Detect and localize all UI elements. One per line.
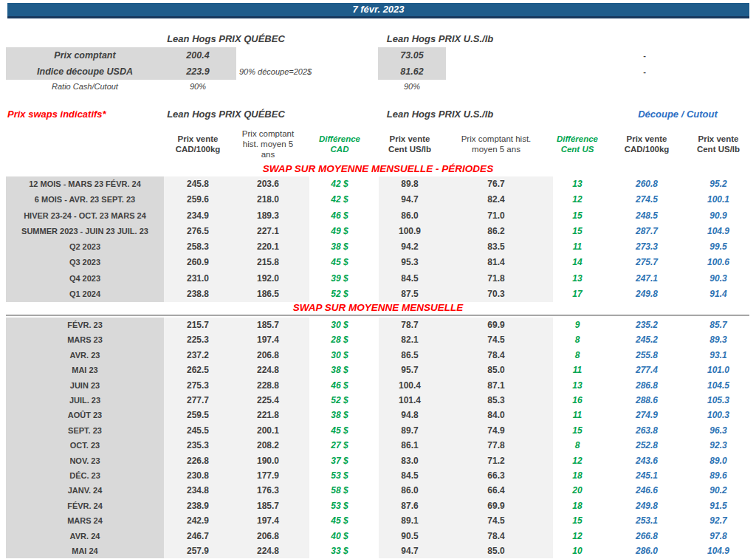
table-row: NOV. 23226.8190.037 $83.071.212243.689.0 [0,453,756,468]
us-prix-vente: 94.2 [374,239,445,255]
row-label: JANV. 24 [7,483,163,498]
table-row: SUMMER 2023 - JUIN 23 JUIL. 23276.5227.1… [0,224,756,239]
qc-hist-moyen: 225.4 [233,393,303,408]
cutout-cent-us: 100.3 [683,408,754,422]
qc-hist-moyen: 224.8 [233,543,303,558]
table-row: MARS 24242.9197.445 $89.174.515253.192.7 [0,513,756,528]
qc-hist-moyen: 220.1 [233,239,303,255]
cutout-cent-us: 104.9 [683,543,754,558]
spot-row-label: Prix comptant [7,47,163,64]
qc-prix-vente: 215.7 [164,318,232,332]
us-prix-vente: 89.7 [374,423,445,438]
cutout-cent-us: 104.5 [683,378,754,393]
spot-empty-cell-dash: - [637,47,652,64]
qc-hist-moyen: 197.4 [233,513,303,528]
table-row: AVR. 24246.7206.840 $90.578.412266.897.8 [0,529,756,543]
difference-cent-us: 15 [551,513,603,528]
row-label: FÉVR. 24 [7,498,163,513]
us-hist-moyen: 82.4 [452,192,540,208]
difference-cad: 45 $ [306,513,374,528]
row-label: JUIN 23 [7,378,163,393]
us-hist-moyen: 86.2 [452,224,540,239]
difference-cent-us: 16 [551,393,603,408]
difference-cent-us: 12 [551,192,603,208]
qc-hist-moyen: 197.4 [233,332,303,347]
spot-cutout-note: 90% découpe=202$ [239,64,350,80]
row-label: MARS 24 [7,513,163,528]
us-hist-moyen: 83.5 [452,239,540,255]
row-label: Q3 2023 [7,255,163,270]
difference-cad: 30 $ [306,348,374,363]
qc-prix-vente: 259.5 [164,408,232,422]
difference-cent-us: 15 [551,224,603,239]
cutout-cad: 235.2 [611,318,682,332]
cutout-cent-us: 99.5 [683,239,754,255]
qc-prix-vente: 246.7 [164,529,232,543]
us-hist-moyen: 84.0 [452,408,540,422]
table-row: 6 MOIS - AVR. 23 SEPT. 23259.6218.042 $9… [0,192,756,208]
column-header-qc-hist: Prix comptant hist. moyen 5 ans [227,128,309,160]
cutout-cad: 249.8 [611,287,682,302]
difference-cent-us: 11 [551,239,603,255]
us-hist-moyen: 66.3 [452,468,540,483]
row-label: HIVER 23-24 - OCT. 23 MARS 24 [7,208,163,224]
us-prix-vente: 87.5 [374,287,445,302]
difference-cad: 53 $ [306,468,374,483]
cutout-cent-us: 91.4 [683,287,754,302]
qc-hist-moyen: 227.1 [233,224,303,239]
difference-cent-us: 13 [551,176,603,192]
us-hist-moyen: 69.9 [452,498,540,513]
row-label: NOV. 23 [7,453,163,468]
difference-cent-us: 15 [551,208,603,224]
table-row: JANV. 24234.8176.358 $86.066.420246.690.… [0,483,756,498]
cutout-cad: 286.8 [611,378,682,393]
cutout-cad: 277.4 [611,363,682,377]
difference-cad: 46 $ [306,208,374,224]
cutout-cad: 260.8 [611,176,682,192]
row-label: DÉC. 23 [7,468,163,483]
cutout-cad: 255.8 [611,348,682,363]
difference-cent-us: 12 [551,453,603,468]
qc-prix-vente: 225.3 [164,332,232,347]
row-label: AVR. 24 [7,529,163,543]
qc-hist-moyen: 221.8 [233,408,303,422]
cutout-cad: 245.2 [611,332,682,347]
row-label: MAI 23 [7,363,163,377]
qc-hist-moyen: 177.9 [233,468,303,483]
table-row: FÉVR. 23215.7185.730 $78.769.99235.285.7 [0,318,756,332]
difference-cent-us: 8 [551,438,603,453]
difference-cad: 42 $ [306,192,374,208]
difference-cent-us: 11 [551,363,603,377]
us-hist-moyen: 69.9 [452,318,540,332]
difference-cad: 39 $ [306,271,374,287]
us-prix-vente: 83.0 [374,453,445,468]
column-header-diff-us: Différence Cent US [544,134,611,154]
difference-cent-us: 18 [551,468,603,483]
section-title-monthly: SWAP SUR MOYENNE MENSUELLE [0,302,756,313]
table-row: Q3 2023260.9215.845 $95.381.414275.7100.… [0,255,756,270]
difference-cent-us: 10 [551,543,603,558]
qc-prix-vente: 234.9 [164,208,232,224]
qc-hist-moyen: 228.8 [233,378,303,393]
spot-qc-ratio-value: 90% [164,80,232,93]
swaps-quebec-group-header: Lean Hogs PRIX QUÉBEC [159,108,292,121]
qc-prix-vente: 235.3 [164,438,232,453]
us-prix-vente: 84.5 [374,468,445,483]
row-label: SEPT. 23 [7,423,163,438]
difference-cent-us: 17 [551,287,603,302]
cutout-cad: 247.1 [611,271,682,287]
table-row: JUIN 23275.3228.846 $100.487.113286.8104… [0,378,756,393]
us-prix-vente: 95.3 [374,255,445,270]
difference-cad: 38 $ [306,408,374,422]
cutout-cent-us: 89.3 [683,332,754,347]
cutout-cent-us: 89.0 [683,453,754,468]
table-row: Q2 2023258.3220.138 $94.283.511273.399.5 [0,239,756,255]
cutout-cad: 248.5 [611,208,682,224]
qc-hist-moyen: 176.3 [233,483,303,498]
cutout-cad: 253.1 [611,513,682,528]
us-prix-vente: 86.5 [374,348,445,363]
cutout-cad: 288.6 [611,393,682,408]
qc-prix-vente: 237.2 [164,348,232,363]
qc-prix-vente: 226.8 [164,453,232,468]
row-label: MAI 24 [7,543,163,558]
